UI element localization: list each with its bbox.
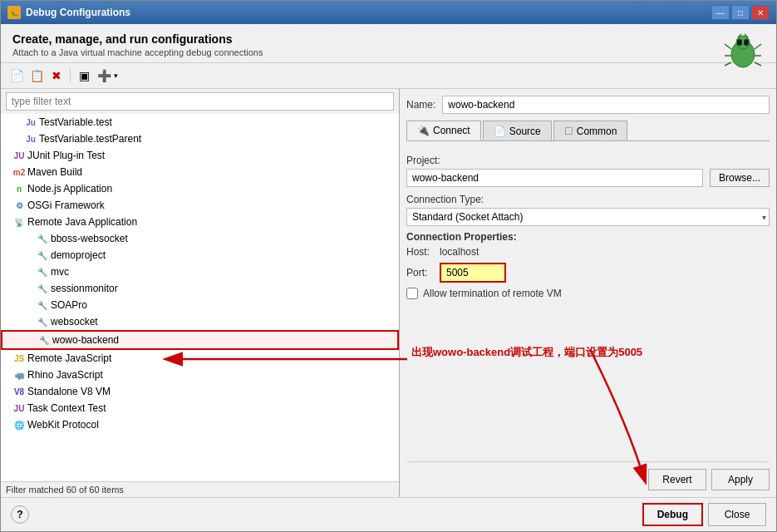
tree-item-test-variable-test[interactable]: JuTestVariable.test (1, 114, 399, 131)
tree-item-nodejs[interactable]: nNode.js Application (1, 180, 399, 197)
port-input[interactable] (440, 263, 506, 283)
filter-dropdown[interactable]: ➕ ▾ (95, 66, 118, 85)
tree-area[interactable]: JuTestVariable.testJuTestVariable.testPa… (1, 114, 399, 481)
tab-bar: 🔌 Connect 📄 Source ☐ Common (406, 121, 770, 141)
tree-item-maven-build[interactable]: m2Maven Build (1, 164, 399, 180)
tree-icon-demoproject: 🔧 (36, 249, 49, 262)
tree-item-mvc[interactable]: 🔧mvc (1, 264, 399, 280)
tree-item-osgi[interactable]: ⚙OSGi Framework (1, 197, 399, 214)
tree-icon-remote-javascript: JS (12, 352, 26, 365)
name-row: Name: (406, 96, 770, 114)
new-config-button[interactable]: 📄 (7, 66, 26, 85)
tree-item-soapro[interactable]: 🔧SOAPro (1, 297, 399, 313)
close-dialog-button[interactable]: Close (708, 503, 766, 526)
main-content: JuTestVariable.testJuTestVariable.testPa… (1, 89, 776, 497)
tree-item-websocket[interactable]: 🔧websocket (1, 313, 399, 330)
filter-status: Filter matched 60 of 60 items (1, 481, 399, 497)
filter-input[interactable] (6, 92, 394, 111)
connect-tab-label: Connect (433, 125, 470, 136)
debug-button[interactable]: Debug (642, 503, 703, 526)
collapse-all-button[interactable]: ▣ (75, 66, 93, 85)
revert-button[interactable]: Revert (648, 469, 706, 490)
svg-point-9 (744, 39, 749, 46)
config-name-input[interactable] (442, 96, 770, 114)
browse-button[interactable]: Browse... (710, 169, 770, 187)
apply-button[interactable]: Apply (711, 469, 770, 490)
project-row: Browse... (406, 169, 770, 187)
host-row: Host: localhost (406, 246, 770, 258)
connection-type-select[interactable]: Standard (Socket Attach) Standard (Socke… (406, 208, 770, 226)
tree-icon-wowo-backend: 🔧 (37, 333, 51, 347)
left-panel: JuTestVariable.testJuTestVariable.testPa… (1, 89, 400, 497)
tree-icon-mvc: 🔧 (36, 265, 49, 278)
tree-item-remote-java[interactable]: 📡Remote Java Application (1, 214, 399, 230)
tree-icon-task-context-test: JU (12, 401, 26, 415)
connection-type-select-wrapper: Standard (Socket Attach) Standard (Socke… (406, 208, 770, 226)
tree-item-rhino-javascript[interactable]: 🦏Rhino JavaScript (1, 367, 399, 383)
window-controls[interactable]: — □ ✕ (711, 5, 770, 20)
right-panel: Name: 🔌 Connect 📄 Source ☐ Commo (400, 89, 776, 497)
minimize-button[interactable]: — (711, 5, 730, 20)
app-icon: 🐛 (7, 6, 21, 19)
tree-label-wowo-backend: wowo-backend (52, 334, 119, 346)
svg-line-7 (755, 62, 761, 66)
tree-label-sessionmonitor: sessionmonitor (51, 283, 118, 294)
tree-item-wowo-backend[interactable]: 🔧wowo-backend (1, 330, 399, 350)
dialog-footer-buttons: Debug Close (642, 503, 766, 526)
connection-type-label: Connection Type: (406, 194, 770, 205)
tree-label-osgi: OSGi Framework (27, 200, 105, 211)
tree-label-task-context-test: Task Context Test (27, 402, 106, 414)
tree-label-rhino-javascript: Rhino JavaScript (27, 369, 103, 381)
tree-item-standalone-v8[interactable]: V8Standalone V8 VM (1, 383, 399, 400)
tree-label-websocket: websocket (51, 316, 98, 328)
tree-label-test-variable-test: TestVariable.test (39, 116, 112, 128)
bug-decoration (723, 31, 763, 73)
tree-label-remote-java: Remote Java Application (27, 216, 137, 228)
allow-termination-checkbox[interactable] (406, 288, 418, 299)
tree-label-bboss-websocket: bboss-websocket (51, 233, 128, 244)
help-button[interactable]: ? (11, 505, 29, 524)
toolbar: 📄 📋 ✖ ▣ ➕ ▾ (1, 63, 776, 89)
tree-icon-maven-build: m2 (12, 165, 26, 179)
allow-termination-label: Allow termination of remote VM (423, 288, 562, 299)
port-label: Port: (406, 267, 433, 278)
host-value: localhost (440, 246, 479, 258)
allow-termination-row: Allow termination of remote VM (406, 288, 770, 299)
tree-label-demoproject: demoproject (51, 249, 106, 261)
host-label: Host: (406, 246, 433, 258)
tree-item-test-variable-parent[interactable]: JuTestVariable.testParent (1, 131, 399, 147)
connection-props-label: Connection Properties: (406, 231, 770, 243)
svg-point-8 (737, 39, 742, 46)
close-window-button[interactable]: ✕ (751, 5, 770, 20)
tree-label-remote-javascript: Remote JavaScript (27, 352, 111, 364)
title-bar: 🐛 Debug Configurations — □ ✕ (1, 1, 776, 24)
tree-item-webkit-protocol[interactable]: 🌐WebKit Protocol (1, 416, 399, 433)
form-area: Project: Browse... Connection Type: Stan… (406, 148, 770, 461)
tree-item-junit-plugin[interactable]: JUJUnit Plug-in Test (1, 147, 399, 164)
tree-label-junit-plugin: JUnit Plug-in Test (27, 150, 105, 161)
tree-icon-test-variable-parent: Ju (24, 132, 37, 145)
tree-icon-remote-java: 📡 (12, 215, 26, 229)
tree-item-bboss-websocket[interactable]: 🔧bboss-websocket (1, 230, 399, 247)
tree-label-webkit-protocol: WebKit Protocol (27, 419, 99, 431)
common-tab-label: Common (577, 126, 617, 137)
tree-icon-standalone-v8: V8 (12, 385, 26, 398)
copy-config-button[interactable]: 📋 (27, 66, 46, 85)
project-input[interactable] (406, 169, 703, 187)
tab-source[interactable]: 📄 Source (483, 121, 552, 140)
tree-item-task-context-test[interactable]: JUTask Context Test (1, 400, 399, 416)
tree-icon-sessionmonitor: 🔧 (36, 282, 49, 295)
delete-config-button[interactable]: ✖ (47, 66, 66, 85)
cn-annotation-text: 出现wowo-backend调试工程，端口设置为5005 (411, 345, 642, 360)
tree-label-soapro: SOAPro (51, 299, 87, 311)
tree-icon-osgi: ⚙ (12, 199, 26, 212)
tree-label-nodejs: Node.js Application (27, 183, 112, 195)
tree-item-sessionmonitor[interactable]: 🔧sessionmonitor (1, 280, 399, 297)
tree-icon-soapro: 🔧 (36, 298, 49, 312)
tree-item-remote-javascript[interactable]: JSRemote JavaScript (1, 350, 399, 367)
tab-connect[interactable]: 🔌 Connect (406, 121, 481, 140)
tab-common[interactable]: ☐ Common (553, 121, 628, 140)
tree-icon-webkit-protocol: 🌐 (12, 418, 26, 431)
maximize-button[interactable]: □ (731, 5, 750, 20)
tree-item-demoproject[interactable]: 🔧demoproject (1, 247, 399, 264)
